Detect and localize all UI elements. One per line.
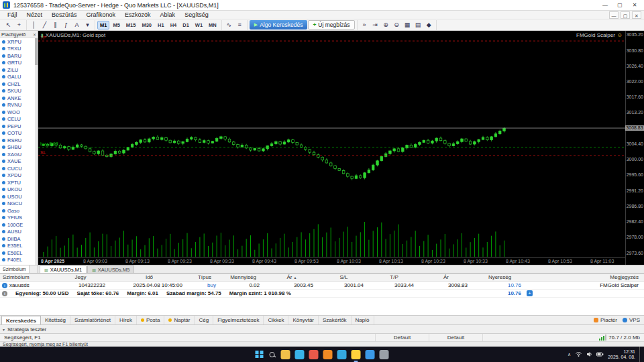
menu-item-3[interactable]: Beszúrás (47, 11, 82, 19)
market-watch-symbol-row[interactable]: GRTU (0, 60, 38, 67)
data-window-icon[interactable]: ▤ (413, 21, 423, 29)
crosshair-icon[interactable]: + (14, 21, 24, 29)
battery-icon[interactable] (596, 351, 604, 357)
column-header-8[interactable]: T/P (369, 274, 419, 280)
market-watch-symbol-row[interactable]: XPDU (0, 172, 38, 180)
column-header-4[interactable]: Típus (188, 274, 221, 280)
show-desktop-button[interactable] (639, 347, 641, 362)
market-watch-symbol-row[interactable]: ZILU (0, 66, 38, 74)
menu-item-1[interactable]: Fájl (3, 11, 22, 19)
toolbox-tab-szak-rt-k[interactable]: Szakértők (319, 316, 352, 324)
market-watch-symbol-row[interactable]: AUSU (0, 229, 38, 236)
toolbox-tab-figyelmeztet-sek[interactable]: Figyelmeztetések (213, 316, 264, 324)
mdi-restore-button[interactable]: ▢ (621, 11, 630, 19)
market-watch-symbol-row[interactable]: RVNU (0, 102, 38, 109)
close-button[interactable]: ✕ (628, 1, 641, 9)
market-watch-symbol-row[interactable]: RSRU (0, 137, 38, 144)
toolbox-tab-h-rek[interactable]: Hírek (115, 316, 137, 324)
column-header-3[interactable]: Idő (111, 274, 188, 280)
market-watch-symbol-row[interactable]: SHBU (0, 144, 38, 152)
marketplace-link[interactable]: Piactér (594, 317, 617, 323)
autoscroll-icon[interactable]: » (360, 21, 370, 29)
market-watch-symbol-row[interactable]: XAUE (0, 158, 38, 166)
volume-icon[interactable] (586, 351, 592, 357)
chrome-icon[interactable] (309, 350, 319, 359)
start-button[interactable] (256, 351, 264, 359)
file-explorer-icon[interactable] (281, 350, 290, 359)
toolbox-tab-napl-[interactable]: Napló (352, 316, 374, 324)
market-watch-symbol-row[interactable]: DIIBA (0, 235, 38, 243)
chart-tab-xauusds-m5[interactable]: ▥XAUUSDs,M5 (87, 265, 134, 273)
toolbox-tab-k-nyvt-r[interactable]: Könyvtár (288, 316, 319, 324)
market-watch-scrollbar[interactable] (35, 38, 38, 265)
toolbox-tab-napt-r[interactable]: Naptár (164, 316, 195, 324)
column-header-1[interactable]: Szimbólum (0, 274, 50, 280)
timeframe-button-w1[interactable]: W1 (193, 21, 205, 29)
market-watch-symbol-row[interactable]: F40EL (0, 257, 38, 264)
column-header-11[interactable]: Megjegyzés (527, 274, 644, 280)
column-header-9[interactable]: Ár (419, 274, 473, 280)
timeframe-button-m15[interactable]: M15 (123, 21, 139, 29)
timeframe-button-m30[interactable]: M30 (139, 21, 154, 29)
menu-item-2[interactable]: Nézet (22, 11, 48, 19)
timeframe-button-h4[interactable]: H4 (168, 21, 180, 29)
column-header-7[interactable]: S/L (319, 274, 369, 280)
market-watch-symbol-row[interactable]: XRPU (0, 38, 38, 46)
chart-canvas-area[interactable]: TPSLbuy 0.02 ▮ XAUUSDs,M1: Gold spot FMG… (38, 31, 625, 265)
toolbox-tab-sz-mlat-rt-net[interactable]: Számlatörténet (70, 316, 115, 324)
algo-trading-button[interactable]: ▶Algo Kereskedés (250, 20, 308, 29)
price-axis[interactable]: 3035.203030.803026.403022.003017.603013.… (625, 31, 644, 265)
column-header-2[interactable]: Jegy (50, 274, 111, 280)
channel-icon[interactable]: ∥ (50, 21, 60, 29)
market-watch-symbol-row[interactable]: WOO (0, 109, 38, 116)
mdi-close-button[interactable]: ✕ (632, 11, 641, 19)
market-watch-symbol-row[interactable]: YFIUS (0, 215, 38, 222)
column-header-5[interactable]: Mennyiség (221, 274, 265, 280)
menu-item-6[interactable]: Ablak (156, 11, 180, 19)
toolbox-tab-kitetts-g[interactable]: Kitettség (41, 316, 70, 324)
vertical-line-icon[interactable]: │ (29, 21, 39, 29)
zoom-out-icon[interactable]: ⊖ (392, 21, 402, 29)
time-axis[interactable]: 8 Apr 20258 Apr 09:038 Apr 09:138 Apr 09… (38, 257, 625, 265)
market-watch-symbol-row[interactable]: USOU (0, 193, 38, 200)
zoom-in-icon[interactable]: ⊕ (381, 21, 391, 29)
open-position-row[interactable]: ixauusds1043222322025.04.08 10:45:00buy0… (0, 282, 644, 290)
timeframe-button-m1[interactable]: M1 (97, 21, 109, 29)
timeframe-button-mn[interactable]: MN (206, 21, 219, 29)
market-watch-symbol-row[interactable]: E50EL (0, 249, 38, 257)
template-selector[interactable]: Default (429, 334, 483, 341)
column-header-6[interactable]: Ár▲ (265, 274, 319, 280)
timeframe-button-m5[interactable]: M5 (110, 21, 122, 29)
wifi-icon[interactable] (575, 351, 582, 357)
chevron-down-icon[interactable]: ▾ (3, 327, 5, 332)
column-header-10[interactable]: Nyereség (473, 274, 527, 280)
market-watch-symbol-row[interactable]: NGCU (0, 200, 38, 208)
market-watch-close-icon[interactable]: ✕ (33, 32, 36, 37)
taskbar-clock[interactable]: 12:31 2025. 04. 08. (608, 349, 635, 360)
settings-icon[interactable] (380, 350, 389, 359)
vscode-icon[interactable] (366, 350, 375, 359)
toolbox-tab-keresked-s[interactable]: Kereskedés (1, 316, 41, 324)
market-watch-symbol-row[interactable]: CHZL (0, 80, 38, 88)
timeframe-button-h1[interactable]: H1 (155, 21, 167, 29)
toolbox-tab-cikkek[interactable]: Cikkek (264, 316, 288, 324)
market-watch-symbol-row[interactable]: 100GE (0, 221, 38, 229)
firefox-icon[interactable] (323, 350, 333, 359)
metatrader-icon[interactable] (352, 350, 361, 359)
timeframe-button-d1[interactable]: D1 (180, 21, 192, 29)
minimize-button[interactable]: — (598, 1, 612, 9)
edge-icon[interactable] (295, 350, 305, 359)
tray-chevron-up-icon[interactable]: ∧ (568, 352, 571, 357)
cursor-icon[interactable]: ↖ (3, 21, 13, 29)
tile-windows-icon[interactable]: ▦ (402, 21, 413, 29)
fibonacci-icon[interactable]: ƒ (61, 21, 71, 29)
maximize-button[interactable]: ▢ (613, 1, 627, 9)
market-watch-symbol-row[interactable]: TRXU (0, 46, 38, 53)
toolbox-tab-posta[interactable]: Posta (137, 316, 164, 324)
toolbox-tab-c-g[interactable]: Cég (195, 316, 213, 324)
market-watch-tab-symbols[interactable]: Szimbólum (0, 265, 30, 273)
vps-link[interactable]: VPS (623, 317, 640, 323)
telegram-icon[interactable] (337, 350, 347, 359)
mdi-minimize-button[interactable]: — (609, 11, 619, 19)
connection-status[interactable]: 76.7 / 2.0 Mb (595, 334, 644, 341)
